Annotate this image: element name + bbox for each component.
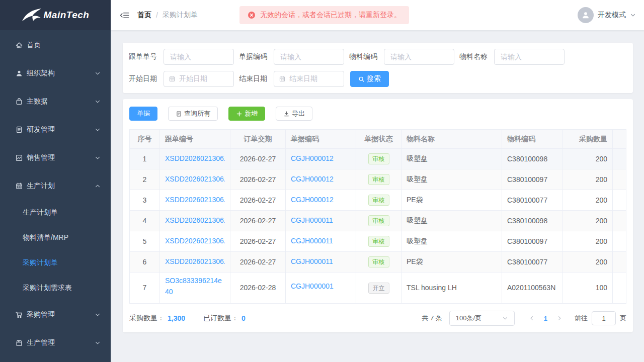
cell-seq: 1 (130, 149, 160, 169)
breadcrumb-home[interactable]: 首页 (137, 11, 151, 20)
cell-qty: 200 (562, 231, 613, 252)
sidebar-subitem[interactable]: 物料清单/MRP (0, 225, 111, 250)
date-picker-input[interactable]: 开始日期 (164, 71, 234, 87)
chevron-up-icon (95, 183, 101, 189)
cell-material-code: C380100097 (502, 169, 562, 190)
table-row[interactable]: 7SO3c833396214e402026-02-28CGJH000001开立T… (130, 273, 626, 304)
user-menu[interactable]: 开发模式 (578, 7, 636, 23)
cell-material-code: A0201100563N (502, 273, 562, 304)
table-row[interactable]: 2XSDD2026021306..2026-02-27CGJH000012审核吸… (130, 169, 626, 190)
doc-no-link[interactable]: CGJH000011 (291, 216, 333, 224)
person-icon (581, 11, 590, 20)
filter-text-input[interactable] (274, 49, 344, 65)
chevron-down-icon (95, 127, 101, 133)
doc-no-link[interactable]: CGJH000011 (291, 257, 333, 265)
sidebar-item-label: 组织架构 (27, 69, 55, 78)
breadcrumb-separator: / (156, 11, 158, 19)
main-area: 首页 / 采购计划单 无效的会话，或者会话已过期，请重新登录。 开发 (111, 0, 644, 362)
filter-text-input[interactable] (164, 49, 234, 65)
sidebar-subitem[interactable]: 生产计划单 (0, 200, 111, 225)
query-all-button[interactable]: 查询所有 (168, 107, 218, 121)
doc-no-link[interactable]: CGJH000012 (291, 175, 334, 183)
chevron-down-icon (95, 70, 101, 76)
fold-icon[interactable] (120, 11, 129, 20)
date-picker-input[interactable]: 结束日期 (274, 71, 344, 87)
sidebar-item[interactable]: 组织架构 (0, 59, 111, 87)
table-row[interactable]: 4XSDD2026021306..2026-02-27CGJH000011审核吸… (130, 211, 626, 231)
column-header: 单据编码 (286, 130, 356, 149)
sidebar-item-label: 生产计划 (27, 182, 55, 191)
cell-material-name: TSL housing LH (401, 273, 502, 304)
table-panel: 单据查询所有新增导出 序号跟单编号订单交期单据编码单据状态物料名称物料编码采购数… (123, 99, 633, 332)
cell-delivery-date: 2026-02-27 (230, 231, 286, 252)
topbar: 首页 / 采购计划单 无效的会话，或者会话已过期，请重新登录。 开发 (111, 0, 644, 30)
order-no-link[interactable]: XSDD2026021306.. (165, 237, 225, 245)
session-error-alert: 无效的会话，或者会话已过期，请重新登录。 (239, 6, 409, 24)
filter-field: 单据编码 (239, 49, 344, 65)
document-mode-button[interactable]: 单据 (129, 107, 157, 121)
sidebar-item[interactable]: 采购管理 (0, 301, 111, 329)
filter-text-input[interactable] (494, 49, 565, 65)
cell-doc-no: CGJH000011 (286, 211, 356, 231)
chevron-down-icon (502, 315, 508, 321)
sidebar-item[interactable]: 研发管理 (0, 116, 111, 144)
purchase-qty-summary: 采购数量： 1,300 (129, 314, 185, 323)
page-size-select[interactable]: 100条/页 (449, 311, 515, 326)
column-header: 订单交期 (230, 130, 286, 149)
cell-delivery-date: 2026-02-27 (230, 169, 286, 190)
doc-no-link[interactable]: CGJH000001 (291, 281, 334, 292)
column-header (613, 130, 626, 149)
cell-seq: 7 (130, 273, 160, 304)
cell-order-no: XSDD2026021306.. (160, 211, 230, 231)
table-row[interactable]: 3XSDD2026021306..2026-02-27CGJH000012审核P… (130, 190, 626, 211)
prev-page-button[interactable] (524, 315, 540, 321)
cell-delivery-date: 2026-02-28 (230, 273, 286, 304)
sidebar-subitem[interactable]: 采购计划单 (0, 250, 111, 276)
status-badge: 审核 (368, 215, 389, 226)
order-no-link[interactable]: SO3c833396214e40 (165, 275, 225, 298)
download-icon (283, 111, 290, 117)
pagination: 共 7 条 100条/页 1 前往 (422, 311, 626, 326)
cell-qty: 200 (562, 211, 613, 231)
order-no-link[interactable]: XSDD2026021306.. (165, 257, 225, 265)
sidebar-item[interactable]: 生产计划 (0, 172, 111, 200)
sidebar-item[interactable]: 销售管理 (0, 144, 111, 172)
cell-delivery-date: 2026-02-27 (230, 190, 286, 211)
table-footer: 采购数量： 1,300 已订数量： 0 共 7 条 100条/页 (129, 311, 626, 326)
sidebar-item-label: 首页 (27, 41, 41, 50)
filter-field: 结束日期结束日期 (239, 71, 344, 87)
document-icon (15, 126, 23, 134)
order-no-link[interactable]: XSDD2026021306.. (165, 154, 225, 162)
table-row[interactable]: 5XSDD2026021306..2026-02-27CGJH000011审核吸… (130, 231, 626, 252)
order-no-link[interactable]: XSDD2026021306.. (165, 216, 225, 224)
cell-qty: 200 (562, 190, 613, 211)
status-badge: 审核 (368, 236, 389, 247)
cell-material-code: C380100097 (502, 231, 562, 252)
doc-no-link[interactable]: CGJH000011 (291, 237, 333, 245)
table-row[interactable]: 1XSDD2026021306..2026-02-27CGJH000012审核吸… (130, 149, 626, 169)
table-row[interactable]: 6XSDD2026021306..2026-02-27CGJH000011审核P… (130, 252, 626, 273)
order-no-link[interactable]: XSDD2026021306.. (165, 196, 225, 204)
sidebar-subitem[interactable]: 采购计划需求表 (0, 276, 111, 301)
filter-panel: 跟单单号单据编码物料编码物料名称 开始日期开始日期结束日期结束日期搜索 (123, 43, 633, 93)
status-badge: 审核 (368, 256, 389, 267)
order-no-link[interactable]: XSDD2026021306.. (165, 175, 225, 183)
ordered-qty-value: 0 (242, 314, 246, 322)
next-page-button[interactable] (551, 315, 568, 321)
cell-material-code: C380100077 (502, 190, 562, 211)
column-header: 序号 (130, 130, 160, 149)
date-icon (169, 75, 176, 82)
sidebar-item[interactable]: 首页 (0, 31, 111, 59)
status-badge: 开立 (368, 283, 389, 294)
goto-page-input[interactable] (592, 311, 616, 325)
page-number-1[interactable]: 1 (540, 315, 551, 322)
doc-no-link[interactable]: CGJH000012 (291, 154, 334, 162)
filter-text-input[interactable] (384, 49, 454, 65)
add-button[interactable]: 新增 (228, 107, 265, 121)
sidebar-item[interactable]: 生产管理 (0, 329, 111, 357)
doc-no-link[interactable]: CGJH000012 (291, 196, 334, 204)
export-button[interactable]: 导出 (276, 107, 312, 121)
sidebar-item[interactable]: 主数据 (0, 87, 111, 116)
search-button[interactable]: 搜索 (350, 71, 389, 87)
cell-status: 审核 (356, 190, 401, 211)
